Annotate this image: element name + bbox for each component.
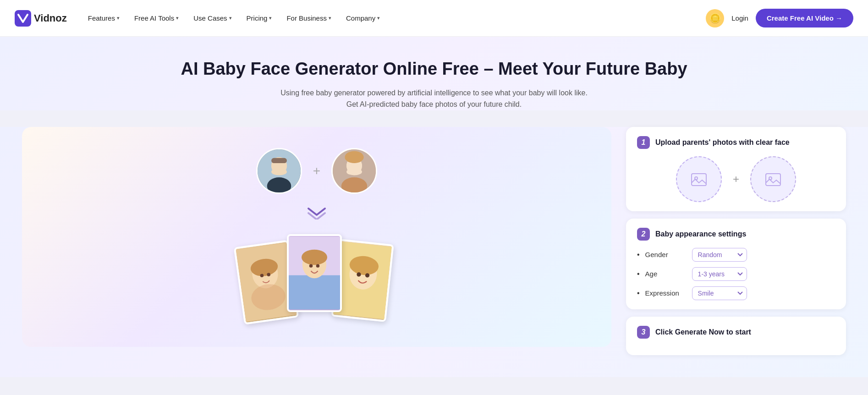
upload-photo-2[interactable]	[750, 156, 796, 202]
gender-setting: • Gender Random Boy Girl	[637, 248, 835, 262]
hero-section: AI Baby Face Generator Online Free – Mee…	[0, 37, 868, 110]
hero-title: AI Baby Face Generator Online Free – Mee…	[22, 59, 846, 80]
svg-point-23	[309, 264, 313, 267]
nav-company[interactable]: Company ▾	[340, 11, 386, 26]
gender-label: Gender	[645, 251, 687, 258]
chevron-down-icon: ▾	[377, 15, 380, 21]
svg-point-6	[271, 168, 287, 175]
step-3-card: 3 Click Generate Now to start	[626, 317, 846, 355]
create-free-video-button[interactable]: Create Free AI Video →	[756, 9, 853, 27]
chevron-down-icon: ▾	[229, 15, 232, 21]
preview-content: + ❮❮	[37, 148, 597, 326]
chevron-down-icon: ▾	[176, 15, 179, 21]
svg-rect-30	[692, 174, 706, 186]
nav-links: Features ▾ Free AI Tools ▾ Use Cases ▾ P…	[82, 11, 703, 26]
nav-for-business[interactable]: For Business ▾	[280, 11, 338, 26]
step-3-number: 3	[637, 326, 650, 339]
bullet-icon: •	[637, 289, 640, 297]
age-label: Age	[645, 270, 687, 278]
plus-separator: +	[313, 164, 320, 178]
mom-avatar	[331, 148, 377, 194]
logo[interactable]: Vidnoz	[15, 10, 67, 27]
gender-select[interactable]: Random Boy Girl	[692, 248, 747, 262]
bullet-icon: •	[637, 270, 640, 278]
upload-row: +	[637, 156, 835, 202]
svg-point-22	[302, 249, 327, 265]
chevron-down-icon: ▾	[117, 15, 120, 21]
brand-name: Vidnoz	[34, 12, 67, 24]
chevron-down-icon: ▾	[329, 15, 331, 21]
step-2-title: Baby appearance settings	[655, 230, 746, 238]
svg-point-11	[345, 151, 363, 163]
navbar: Vidnoz Features ▾ Free AI Tools ▾ Use Ca…	[0, 0, 868, 37]
content-area: + ❮❮	[0, 127, 868, 377]
step-1-card: 1 Upload parents' photos with clear face…	[626, 127, 846, 211]
image-upload-icon-2	[764, 170, 782, 188]
preview-panel: + ❮❮	[22, 127, 611, 347]
step-1-number: 1	[637, 136, 650, 149]
nav-free-ai-tools[interactable]: Free AI Tools ▾	[128, 11, 185, 26]
nav-pricing[interactable]: Pricing ▾	[240, 11, 279, 26]
step-2-card: 2 Baby appearance settings • Gender Rand…	[626, 219, 846, 309]
expression-label: Expression	[645, 289, 687, 297]
login-button[interactable]: Login	[731, 14, 748, 22]
nav-features[interactable]: Features ▾	[82, 11, 126, 26]
svg-rect-0	[15, 10, 31, 27]
steps-panel: 1 Upload parents' photos with clear face…	[626, 127, 846, 355]
bullet-icon: •	[637, 251, 640, 259]
age-setting: • Age 1-3 years 4-6 years 7-10 years	[637, 267, 835, 281]
svg-rect-20	[289, 275, 340, 309]
nav-use-cases[interactable]: Use Cases ▾	[187, 11, 238, 26]
step-2-number: 2	[637, 228, 650, 241]
nav-right: 🪙 Login Create Free AI Video →	[706, 9, 853, 27]
age-select[interactable]: 1-3 years 4-6 years 7-10 years	[692, 267, 747, 281]
image-upload-icon	[690, 170, 708, 188]
parents-row: +	[256, 148, 377, 194]
double-chevron-down	[306, 207, 328, 219]
step-1-title: Upload parents' photos with clear face	[655, 138, 790, 147]
svg-point-12	[346, 168, 362, 175]
svg-rect-32	[766, 174, 780, 186]
logo-icon	[15, 10, 31, 27]
baby-photo-2	[287, 234, 342, 312]
baby-photos	[239, 234, 395, 326]
step-2-header: 2 Baby appearance settings	[637, 228, 835, 241]
coin-badge[interactable]: 🪙	[706, 9, 724, 27]
hero-subtitle: Using free baby generator powered by art…	[22, 87, 846, 110]
step-1-header: 1 Upload parents' photos with clear face	[637, 136, 835, 149]
step-3-header: 3 Click Generate Now to start	[637, 326, 835, 339]
svg-rect-5	[271, 158, 287, 163]
chevron-down-icon: ▾	[269, 15, 272, 21]
upload-photo-1[interactable]	[676, 156, 722, 202]
upload-separator: +	[733, 173, 739, 186]
svg-point-24	[316, 264, 319, 267]
expression-setting: • Expression Smile Neutral Happy	[637, 286, 835, 300]
step-3-title: Click Generate Now to start	[655, 328, 751, 336]
dad-avatar	[256, 148, 302, 194]
expression-select[interactable]: Smile Neutral Happy	[692, 286, 747, 300]
